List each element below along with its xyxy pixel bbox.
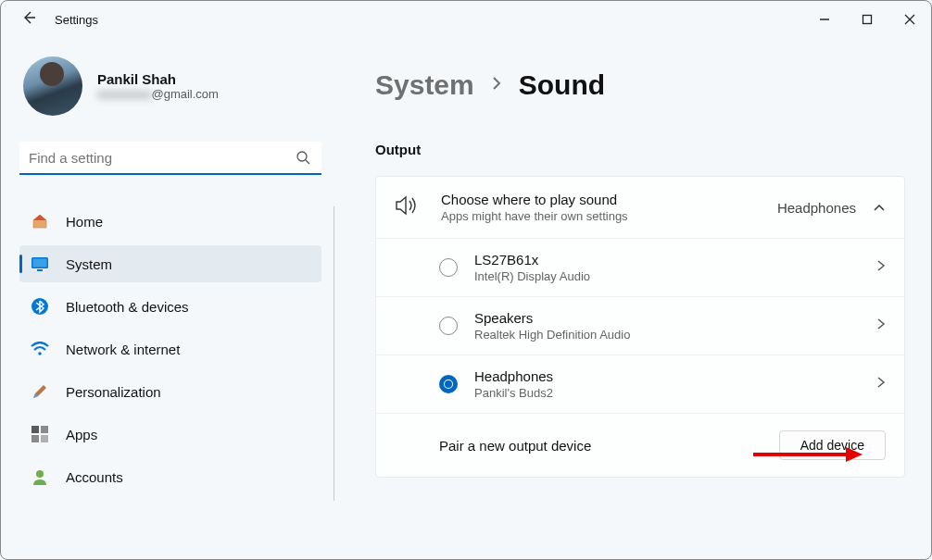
sidebar-item-network[interactable]: Network & internet: [19, 330, 321, 367]
svg-point-6: [38, 352, 42, 355]
bluetooth-icon: [31, 297, 49, 316]
output-card-header[interactable]: Choose where to play sound Apps might ha…: [376, 177, 904, 238]
svg-rect-0: [863, 16, 872, 24]
svg-point-11: [36, 470, 44, 478]
svg-rect-9: [31, 435, 39, 442]
speaker-icon: [395, 195, 421, 219]
sidebar-item-label: Apps: [66, 427, 97, 442]
back-button[interactable]: [21, 10, 36, 29]
profile-email: xxxxxxxxx@gmail.com: [97, 87, 219, 101]
output-device-row[interactable]: Headphones Pankil's Buds2: [376, 355, 904, 413]
card-value: Headphones: [777, 200, 856, 216]
sidebar-item-label: Bluetooth & devices: [66, 299, 189, 315]
system-icon: [31, 255, 49, 273]
profile-name: Pankil Shah: [97, 71, 219, 87]
search-input[interactable]: [19, 142, 321, 175]
svg-rect-10: [41, 435, 48, 442]
profile-block[interactable]: Pankil Shah xxxxxxxxx@gmail.com: [19, 56, 334, 116]
wifi-icon: [31, 340, 49, 358]
output-device-row[interactable]: LS27B61x Intel(R) Display Audio: [376, 238, 904, 296]
sidebar-item-apps[interactable]: Apps: [19, 416, 321, 453]
card-subtitle: Apps might have their own settings: [441, 209, 628, 223]
search-icon: [296, 150, 310, 168]
sidebar-item-home[interactable]: Home: [19, 203, 321, 240]
sidebar-item-label: Accounts: [66, 469, 123, 485]
device-detail: Realtek High Definition Audio: [474, 328, 630, 342]
device-name: Speakers: [474, 310, 630, 326]
output-card: Choose where to play sound Apps might ha…: [375, 176, 905, 478]
chevron-right-icon[interactable]: [876, 317, 886, 334]
maximize-button[interactable]: [846, 4, 888, 35]
person-icon: [31, 467, 49, 486]
chevron-right-icon: [491, 76, 502, 94]
svg-rect-7: [31, 426, 39, 433]
breadcrumb-parent[interactable]: System: [375, 69, 474, 101]
sidebar-item-accounts[interactable]: Accounts: [19, 458, 321, 495]
sidebar-item-personalization[interactable]: Personalization: [19, 373, 321, 410]
breadcrumb: System Sound: [375, 69, 905, 101]
scrollbar[interactable]: [334, 206, 334, 501]
chevron-right-icon[interactable]: [876, 376, 886, 392]
device-detail: Intel(R) Display Audio: [474, 269, 590, 283]
section-title-output: Output: [375, 142, 905, 157]
nav-list: Home System Bluetooth & devices Network …: [19, 197, 334, 501]
output-device-row[interactable]: Speakers Realtek High Definition Audio: [376, 296, 904, 355]
device-detail: Pankil's Buds2: [474, 386, 553, 400]
apps-icon: [31, 425, 49, 443]
chevron-up-icon: [873, 199, 886, 216]
svg-point-1: [297, 152, 307, 161]
sidebar-item-label: Home: [66, 214, 103, 230]
pair-text: Pair a new output device: [439, 438, 591, 454]
device-name: Headphones: [474, 368, 553, 384]
annotation-arrow: [753, 443, 864, 466]
main-content: System Sound Output Choose where to play…: [334, 38, 931, 559]
sidebar-item-bluetooth[interactable]: Bluetooth & devices: [19, 288, 321, 325]
minimize-button[interactable]: [803, 4, 846, 35]
svg-rect-8: [41, 426, 48, 433]
sidebar-item-label: Personalization: [66, 384, 161, 400]
radio-unselected[interactable]: [439, 317, 458, 335]
titlebar: Settings: [1, 1, 931, 38]
radio-unselected[interactable]: [439, 258, 458, 277]
home-icon: [31, 212, 49, 230]
window-title: Settings: [55, 13, 98, 27]
breadcrumb-current: Sound: [519, 69, 605, 101]
svg-rect-3: [33, 259, 47, 268]
svg-rect-4: [37, 269, 43, 271]
sidebar-item-system[interactable]: System: [19, 245, 321, 282]
close-button[interactable]: [888, 4, 931, 35]
brush-icon: [31, 382, 49, 401]
avatar: [23, 56, 82, 116]
sidebar-item-label: Network & internet: [66, 342, 180, 357]
sidebar-item-label: System: [66, 256, 112, 272]
card-title: Choose where to play sound: [441, 192, 628, 207]
device-name: LS27B61x: [474, 252, 590, 268]
svg-marker-13: [846, 447, 863, 462]
chevron-right-icon[interactable]: [876, 259, 886, 276]
sidebar: Pankil Shah xxxxxxxxx@gmail.com Home Sys…: [1, 38, 334, 559]
radio-selected[interactable]: [439, 375, 458, 393]
